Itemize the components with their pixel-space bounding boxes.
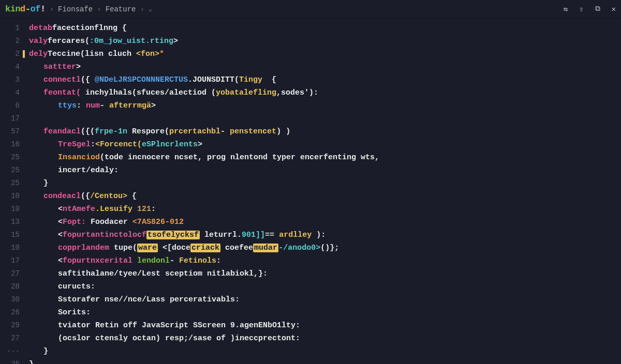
title-actions: ⇆ ⇧ ⧉ ✕ <box>564 5 616 13</box>
code-line: tviator Retin off JavaScript SScreen 9.a… <box>29 319 611 332</box>
line-number: 27 <box>0 332 20 345</box>
breadcrumb-item[interactable]: Feature <box>106 5 136 13</box>
line-number: 17 <box>0 112 20 125</box>
code-line: TreSgel:<Forcenct(eSPlncrlents> <box>29 138 611 151</box>
line-number: 2 <box>0 48 20 60</box>
code-line: curucts: <box>29 280 611 293</box>
code-line: ttys: num- afterrmgä> <box>29 99 611 112</box>
code-line: <fopurtantinctolocftsofelycksf leturrl.9… <box>29 229 611 241</box>
line-number: 30 <box>0 293 20 306</box>
code-line: saftithalane/tyee/Lest sceptiom nitlabio… <box>29 267 611 280</box>
code-line: (ocslor ctensly octan) resp;/sase of )in… <box>29 332 611 345</box>
code-line: valyfercares(:0m_jow_uist.rting> <box>29 35 611 48</box>
code-line: condeacl({/Centou> { <box>29 190 611 203</box>
line-number: 29 <box>0 319 20 332</box>
code-line: Sstorafer nse//nce/Lass percerativabls: <box>29 293 611 306</box>
line-number: 2 <box>0 35 20 48</box>
line-number: 26 <box>0 306 20 319</box>
code-line: Sorits: <box>29 306 611 319</box>
line-number: 10 <box>0 203 20 216</box>
chevron-right-icon: › <box>140 5 144 13</box>
line-number: 57 <box>0 125 20 138</box>
close-icon[interactable]: ✕ <box>612 5 616 13</box>
line-number: 28 <box>0 280 20 293</box>
line-number: 10 <box>0 190 20 203</box>
chevron-right-icon: › <box>50 5 54 13</box>
code-line: detabfacectionflnng { <box>29 22 611 35</box>
code-line: } <box>29 358 611 364</box>
code-line: incert/edaly: <box>29 164 611 177</box>
line-number: 3 <box>0 73 20 86</box>
code-line: feandacl({(frpe-1n Respore(prcertachbl- … <box>29 125 611 138</box>
line-number: 25 <box>0 164 20 177</box>
title-bar: kind-of! › Fionsafe › Feature › ⌄ ⇆ ⇧ ⧉ … <box>0 0 621 19</box>
line-number: 16 <box>0 138 20 151</box>
code-line: <ntAmefe.Lesuify 121: <box>29 203 611 216</box>
code-line: } <box>29 177 611 190</box>
line-number: 25 <box>0 177 20 190</box>
sync-icon[interactable]: ⇆ <box>564 5 568 13</box>
chevron-right-icon: › <box>97 5 101 13</box>
line-number: ··· <box>0 345 20 358</box>
line-number: 6 <box>0 99 20 112</box>
copy-icon[interactable]: ⧉ <box>595 5 600 13</box>
code-line <box>29 112 611 125</box>
line-number: 13 <box>0 216 20 229</box>
code-line: delyTeccine(lisn cluch <fon>* <box>29 48 611 60</box>
line-number: 17 <box>0 254 20 267</box>
code-line: copprlandem tupe(ware <[docecriack coefe… <box>29 241 611 254</box>
line-number: 25 <box>0 358 20 364</box>
code-area[interactable]: detabfacectionflnng { valyfercares(:0m_j… <box>29 22 621 364</box>
line-number: 15 <box>0 229 20 241</box>
code-line: sattter> <box>29 60 611 73</box>
line-number: 4 <box>0 86 20 99</box>
line-number: 1 <box>0 22 20 35</box>
chevron-down-icon[interactable]: ⌄ <box>149 6 152 12</box>
line-number: 25 <box>0 151 20 164</box>
line-number: 27 <box>0 267 20 280</box>
code-line: Insanciod(tode incnocere ncset, prog nle… <box>29 151 611 164</box>
line-number: 4 <box>0 60 20 73</box>
code-line: <Fopt: Foodacer <7AS826-012 <box>29 216 611 229</box>
breadcrumb-item[interactable]: Fionsafe <box>58 5 93 13</box>
app-logo: kind-of! <box>5 4 46 14</box>
line-number-gutter: 1224346175716252525101013151017272830262… <box>0 22 29 364</box>
code-line: feontat( inchylhals(sfuces/alectiod (yob… <box>29 86 611 99</box>
line-number: 10 <box>0 241 20 254</box>
code-editor[interactable]: 1224346175716252525101013151017272830262… <box>0 19 621 364</box>
code-line: <fopurtnxcerital lendonl- Fetinols: <box>29 254 611 267</box>
upload-icon[interactable]: ⇧ <box>579 5 583 13</box>
code-line: } <box>29 345 611 358</box>
breadcrumb: › Fionsafe › Feature › ⌄ <box>50 5 152 13</box>
code-line: connectl({ @NDeLJRSPCONNNERCTUS.JOUNSDIT… <box>29 73 611 86</box>
